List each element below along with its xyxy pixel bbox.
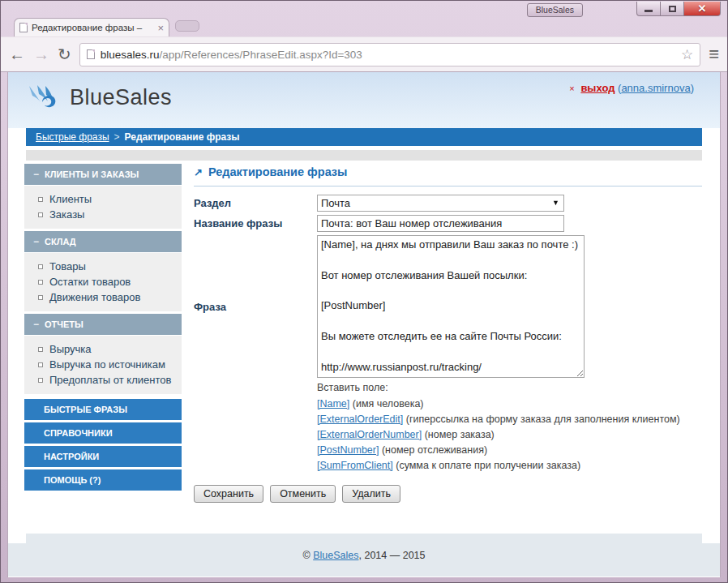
url-text: bluesales.ru/app/References/PhraseEdit.a… [101, 49, 675, 61]
minimize-icon [644, 10, 653, 12]
sidebar-button-settings[interactable]: НАСТРОЙКИ [24, 446, 182, 467]
maximize-button[interactable] [661, 2, 683, 16]
sidebar-section-warehouse[interactable]: − СКЛАД [24, 231, 182, 252]
forward-button[interactable]: → [33, 46, 49, 62]
cancel-button[interactable]: Отменить [270, 485, 336, 503]
name-field-label: Название фразы [194, 215, 317, 232]
sidebar-item-revenue-by-source[interactable]: Выручка по источникам [24, 357, 182, 372]
insert-option-name: [Name] (имя человека) [317, 397, 702, 412]
browser-window: Редактирование фразы – × BlueSales ✕ ← →… [0, 0, 728, 583]
phrase-textarea[interactable]: [Name], на днях мы отправили Ваш заказ п… [317, 235, 585, 378]
sidebar-item-goods[interactable]: Товары [24, 259, 182, 274]
sidebar-item-prepayments[interactable]: Предоплаты от клиентов [24, 372, 182, 388]
sidebar-section-clients[interactable]: − КЛИЕНТЫ И ЗАКАЗЫ [24, 164, 182, 185]
insert-field-block: Вставить поле: [Name] (имя человека) [Ex… [317, 380, 702, 474]
sidebar-section-reports[interactable]: − ОТЧЕТЫ [24, 314, 182, 335]
page-viewport: BlueSales × выход (anna.smirnova) Быстры… [7, 72, 721, 577]
token-desc: (гиперссылка на форму заказа для заполне… [403, 414, 679, 425]
sidebar-button-help[interactable]: ПОМОЩЬ (?) [24, 469, 182, 491]
sidebar-items-clients: Клиенты Заказы [24, 186, 182, 229]
brand-name: BlueSales [70, 85, 172, 110]
bullet-icon [38, 197, 43, 202]
maximize-icon [669, 6, 676, 12]
sidebar-item-clients[interactable]: Клиенты [24, 191, 182, 207]
window-badge: BlueSales [527, 3, 583, 17]
sidebar-item-stock[interactable]: Остатки товаров [24, 274, 182, 289]
token-desc: (номер отслеживания) [379, 444, 487, 456]
main-panel: ↗ Редактирование фразы Раздел Почта ▼ На… [194, 164, 702, 503]
sidebar-item-label: Выручка по источникам [49, 358, 165, 371]
bookmark-star-icon[interactable]: ☆ [681, 46, 693, 63]
url-domain: bluesales.ru [101, 49, 160, 61]
browser-toolbar: ← → ↻ bluesales.ru/app/References/Phrase… [1, 36, 727, 72]
sidebar-items-reports: Выручка Выручка по источникам Предоплаты… [24, 336, 182, 394]
token-desc: (сумма к оплате при получении заказа) [393, 460, 580, 471]
form-row-phrase: Фраза [Name], на днях мы отправили Ваш з… [194, 235, 702, 378]
new-tab-button[interactable] [175, 20, 199, 32]
divider-strip [26, 150, 702, 161]
breadcrumb: Быстрые фразы > Редактирование фразы [26, 128, 702, 146]
logout-x-icon: × [569, 84, 574, 93]
section-select-wrap: Почта ▼ [317, 195, 564, 212]
collapse-icon[interactable]: − [33, 169, 39, 180]
tab-close-icon[interactable]: × [157, 23, 164, 33]
section-label: ОТЧЕТЫ [45, 319, 84, 329]
token-external-order-edit-link[interactable]: [ExternalOrderEdit] [317, 414, 403, 425]
copyright-suffix: , 2014 — 2015 [358, 550, 425, 561]
footer-brand-link[interactable]: BlueSales [313, 550, 358, 561]
section-field-label: Раздел [194, 195, 317, 212]
sidebar-item-label: Товары [49, 260, 86, 272]
save-button[interactable]: Сохранить [194, 485, 263, 503]
browser-tab[interactable]: Редактирование фразы – × [14, 18, 169, 36]
reload-button[interactable]: ↻ [58, 46, 71, 62]
phrase-name-input[interactable] [317, 215, 564, 232]
bullet-icon [38, 264, 43, 269]
tab-title: Редактирование фразы – [32, 23, 153, 32]
page-title: ↗ Редактирование фразы [194, 165, 702, 178]
delete-button[interactable]: Удалить [342, 485, 400, 503]
swoosh-icon [28, 84, 63, 110]
site-header: BlueSales × выход (anna.smirnova) [8, 72, 720, 128]
insert-option-sum-from-client: [SumFromClient] (сумма к оплате при полу… [317, 458, 702, 474]
token-desc: (номер заказа) [422, 429, 495, 440]
section-select[interactable]: Почта [317, 195, 564, 212]
sidebar-item-label: Движения товаров [49, 291, 140, 303]
page-title-text: Редактирование фразы [208, 165, 348, 178]
collapse-icon[interactable]: − [33, 319, 39, 330]
copyright-prefix: © [303, 550, 314, 561]
collapse-icon[interactable]: − [33, 236, 39, 247]
logout-link[interactable]: выход [580, 82, 615, 94]
sidebar-item-orders[interactable]: Заказы [24, 207, 182, 222]
logout-area: × выход (anna.smirnova) [569, 82, 694, 94]
sidebar-button-quick-phrases[interactable]: БЫСТРЫЕ ФРАЗЫ [24, 399, 182, 420]
sidebar-item-label: Выручка [49, 343, 92, 355]
insert-option-post-number: [PostNumber] (номер отслеживания) [317, 443, 702, 458]
sidebar-item-label: Клиенты [49, 193, 92, 205]
insert-option-external-order-number: [ExternalOrderNumber] (номер заказа) [317, 427, 702, 443]
breadcrumb-parent-link[interactable]: Быстрые фразы [36, 131, 109, 143]
sidebar-item-label: Остатки товаров [49, 276, 131, 288]
sidebar-button-references[interactable]: СПРАВОЧНИКИ [24, 422, 182, 444]
user-link[interactable]: anna.smirnova [621, 82, 690, 94]
title-divider [194, 186, 702, 186]
sidebar-item-movements[interactable]: Движения товаров [24, 289, 182, 305]
sidebar-item-revenue[interactable]: Выручка [24, 341, 182, 357]
token-post-number-link[interactable]: [PostNumber] [317, 444, 379, 456]
token-external-order-number-link[interactable]: [ExternalOrderNumber] [317, 429, 422, 440]
menu-icon[interactable]: ≡ [709, 47, 719, 62]
page-footer: © BlueSales, 2014 — 2015 [8, 534, 720, 577]
back-button[interactable]: ← [9, 46, 25, 62]
form-buttons: Сохранить Отменить Удалить [194, 485, 702, 503]
copyright-text: © BlueSales, 2014 — 2015 [303, 550, 426, 561]
bullet-icon [38, 295, 43, 300]
bullet-icon [38, 347, 43, 352]
user-area: (anna.smirnova) [618, 82, 694, 94]
sidebar-items-warehouse: Товары Остатки товаров Движения товаров [24, 253, 182, 311]
minimize-button[interactable] [636, 2, 661, 16]
close-button[interactable]: ✕ [683, 2, 721, 16]
token-sum-from-client-link[interactable]: [SumFromClient] [317, 460, 393, 471]
paren-close: ) [691, 82, 694, 94]
favicon-page-icon [19, 23, 28, 32]
token-name-link[interactable]: [Name] [317, 398, 349, 409]
address-bar[interactable]: bluesales.ru/app/References/PhraseEdit.a… [79, 43, 700, 66]
